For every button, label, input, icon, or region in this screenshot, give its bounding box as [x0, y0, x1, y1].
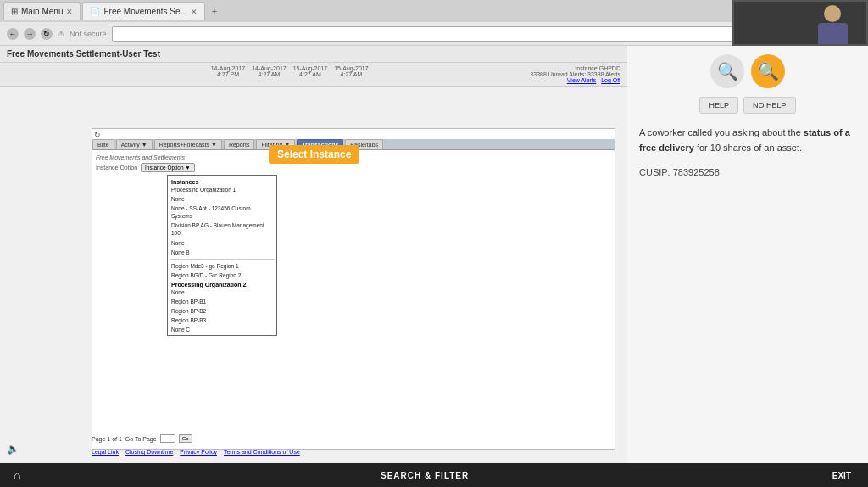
search-circle-orange: 🔍	[751, 54, 785, 88]
dropdown-item-5[interactable]: None	[170, 238, 275, 248]
date-label-4: 15-Aug-2017 4:27 AM	[334, 65, 368, 77]
date-col-4: 15-Aug-2017 4:27 AM	[334, 65, 368, 77]
cusip-value: 783925258	[673, 167, 720, 177]
tab-icon: 📄	[90, 7, 100, 16]
date-label-2: 14-Aug-2017 4:27 AM	[252, 65, 286, 77]
dropdown-item-4[interactable]: Division BP AG - Blauen Management 100	[170, 221, 275, 238]
nav-tab-blite[interactable]: Blite	[92, 139, 114, 149]
dropdown-item-7[interactable]: Region Mde3 - go Region 1	[170, 261, 275, 271]
right-panel: 🔍 🔍 HELP NO HELP A coworker called you a…	[627, 46, 868, 487]
cusip-row: CUSIP: 783925258	[627, 164, 868, 181]
date-tabs: 14-Aug-2017 4:27 PM 14-Aug-2017 4:27 AM …	[211, 65, 369, 77]
tab-main-menu[interactable]: ⊞ Main Menu ✕	[3, 2, 81, 20]
dropdown-item-11[interactable]: Region BP-B2	[170, 306, 275, 316]
section-title: Free Movements and Settlements	[96, 154, 185, 160]
dropdown-item-6[interactable]: None B	[170, 248, 275, 257]
dropdown-item-8[interactable]: Region BG/D - Grc Region 2	[170, 271, 275, 280]
tab-icon: ⊞	[11, 7, 18, 16]
nav-tab-activity[interactable]: Activity ▼	[116, 139, 153, 149]
tab-close-btn-2[interactable]: ✕	[191, 8, 198, 16]
dropdown-item-9[interactable]: None	[170, 288, 275, 297]
date-col-2: 14-Aug-2017 4:27 AM	[252, 65, 286, 77]
dropdown-group-header-instances: Instances	[170, 177, 275, 185]
not-secure-label: Not secure	[70, 30, 107, 38]
closing-downtime-link[interactable]: Closing Downtime	[125, 449, 173, 455]
search-circle-white: 🔍	[710, 54, 744, 88]
select-instance-badge: Select Instance	[269, 145, 359, 164]
view-alerts-link[interactable]: View Alerts	[567, 77, 597, 83]
main-content: Free Movements Settlement-User Test 14-A…	[0, 46, 627, 487]
tab-label: Main Menu	[21, 7, 63, 16]
date-col-3: 15-Aug-2017 4:27 AM	[293, 65, 327, 77]
nav-tab-reports-forecasts[interactable]: Reports+Forecasts ▼	[154, 139, 222, 149]
dropdown-item-3[interactable]: None - SS-Ant - 123456 Custom Systems	[170, 204, 275, 221]
dropdown-item-13[interactable]: None C	[170, 325, 275, 334]
dropdown-item-10[interactable]: Region BP-B1	[170, 297, 275, 306]
instance-option-row: Instance Option Instance Option ▼	[96, 163, 195, 172]
person-head	[824, 5, 841, 22]
nav-tab-reports[interactable]: Reports	[224, 139, 255, 149]
go-btn[interactable]: Go	[179, 434, 192, 443]
dropdown-item-12[interactable]: Region BP-B3	[170, 316, 275, 325]
secure-icon: ⚠	[58, 30, 64, 38]
help-btn[interactable]: HELP	[699, 97, 738, 114]
toolbar-home-btn[interactable]: ⌂	[0, 468, 34, 482]
right-panel-message: A coworker called you asking about the s…	[627, 117, 868, 164]
refresh-icon[interactable]: ↻	[94, 131, 101, 139]
legal-link[interactable]: Legal Link	[92, 449, 119, 455]
page-title-bar: Free Movements Settlement-User Test	[0, 46, 627, 63]
webcam-overlay	[732, 0, 868, 46]
go-to-page-label: Go To Page	[125, 436, 157, 442]
forward-btn[interactable]: →	[24, 28, 36, 40]
instance-option-label: Instance Option	[96, 165, 137, 171]
right-panel-header: 🔍 🔍	[627, 46, 868, 93]
back-btn[interactable]: ←	[7, 28, 19, 40]
date-label-1: 14-Aug-2017 4:27 PM	[211, 65, 245, 77]
bottom-toolbar: ⌂ SEARCH & FILTER EXIT	[0, 463, 868, 487]
terms-link[interactable]: Terms and Conditions of Use	[224, 449, 300, 455]
status-strong: status	[804, 127, 831, 137]
page-title: Free Movements Settlement-User Test	[7, 49, 160, 59]
unread-alerts: 33388 Unread Alerts: 33388 Alerts	[530, 71, 620, 77]
page-info: Page 1 of 1	[92, 436, 122, 442]
volume-icon[interactable]: 🔈	[7, 443, 19, 455]
date-label-3: 15-Aug-2017 4:27 AM	[293, 65, 327, 77]
instance-info: Instance GHPDD 33388 Unread Alerts: 3338…	[530, 65, 620, 83]
instance-option-dropdown[interactable]: Instance Option ▼	[141, 163, 195, 172]
dropdown-separator	[170, 259, 275, 260]
person-body	[818, 23, 848, 44]
bottom-links: Legal Link Closing Downtime Privacy Poli…	[92, 449, 300, 455]
log-off-link[interactable]: Log Off	[601, 77, 620, 83]
instance-name: Instance GHPDD	[530, 65, 620, 71]
dropdown-item-1[interactable]: Processing Organization 1	[170, 185, 275, 194]
home-icon: ⌂	[14, 468, 20, 482]
no-help-btn[interactable]: NO HELP	[743, 97, 796, 114]
toolbar-exit-btn[interactable]: EXIT	[815, 471, 868, 480]
tab-close-btn[interactable]: ✕	[66, 8, 73, 16]
pagination-bar: Page 1 of 1 Go To Page Go	[92, 434, 192, 443]
action-buttons: HELP NO HELP	[627, 93, 868, 117]
dropdown-item-2[interactable]: None	[170, 194, 275, 204]
new-tab-btn[interactable]: +	[207, 4, 222, 18]
tab-free-movements[interactable]: 📄 Free Movements Se... ✕	[82, 2, 204, 20]
toolbar-search-label[interactable]: SEARCH & FILTER	[381, 471, 469, 480]
app-header: 14-Aug-2017 4:27 PM 14-Aug-2017 4:27 AM …	[0, 63, 627, 87]
date-col-1: 14-Aug-2017 4:27 PM	[211, 65, 245, 77]
go-to-page-input[interactable]	[160, 434, 175, 443]
tab-label: Free Movements Se...	[103, 7, 186, 16]
dropdown-group-header-2: Processing Organization 2	[170, 280, 275, 288]
dropdown-item-14[interactable]: None D	[170, 334, 275, 336]
cusip-label: CUSIP:	[639, 167, 670, 177]
reload-btn[interactable]: ↻	[41, 28, 53, 40]
privacy-policy-link[interactable]: Privacy Policy	[180, 449, 217, 455]
dropdown-panel[interactable]: Instances Processing Organization 1 None…	[167, 175, 277, 336]
